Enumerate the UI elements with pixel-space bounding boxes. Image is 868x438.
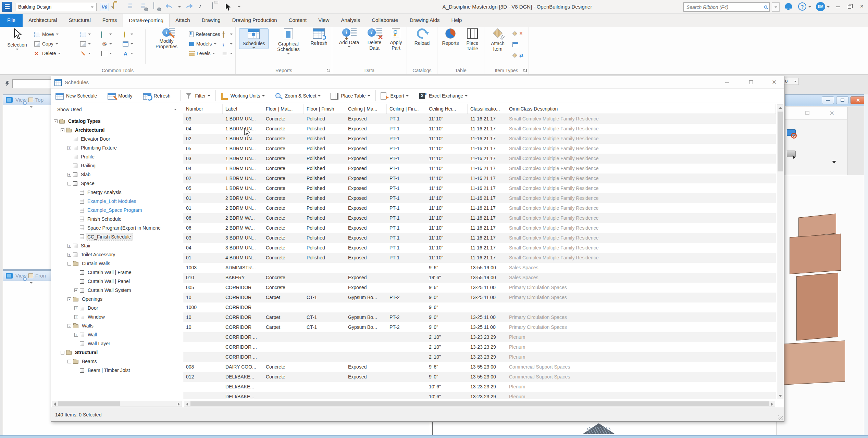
tree-item[interactable]: Finish Schedule	[52, 215, 182, 223]
ribbon-tab[interactable]: Analysis	[335, 14, 366, 27]
toolbar-button[interactable]: Export	[377, 90, 414, 101]
ribbon-tab[interactable]: View	[312, 14, 335, 27]
ribbon-tab[interactable]: Data/Reporting	[123, 14, 170, 27]
redo-button[interactable]	[186, 3, 194, 11]
ribbon-tab[interactable]: Drawing Production	[226, 14, 283, 27]
toolbar-button[interactable]: Modify	[104, 90, 140, 101]
account-chevron-icon[interactable]	[827, 6, 830, 8]
table-row[interactable]: 10 CORRIDOR Carpet CT-1 Gypsum Bo... PT-…	[183, 312, 776, 322]
ribbon-tab[interactable]: Structural	[63, 14, 97, 27]
ribbon-tab[interactable]: Forms	[97, 14, 123, 27]
tree-item[interactable]: Profile	[52, 152, 182, 161]
toolbar-button[interactable]: Filter	[182, 90, 216, 101]
connect-button[interactable]	[222, 49, 233, 57]
scroll-right-icon[interactable]	[771, 402, 773, 406]
tree-item[interactable]: Example_Loft Modules	[52, 197, 182, 206]
ribbon-tab[interactable]: Collaborate	[366, 14, 404, 27]
table-row[interactable]: 012 DELI/BAKE... Concrete Exposed 9' 0" …	[183, 372, 776, 382]
sync-item-button[interactable]: ⇄	[512, 51, 523, 60]
scrollbar-thumb[interactable]	[778, 112, 783, 171]
panel-close-icon[interactable]: ✕	[829, 110, 834, 117]
tree-item[interactable]: + Window	[52, 312, 182, 321]
ribbon-tab[interactable]: Architectural	[23, 14, 63, 27]
restore-button[interactable]	[845, 4, 854, 10]
ribbon-tab[interactable]: Help	[446, 14, 468, 27]
ribbon-tab[interactable]: Content	[283, 14, 313, 27]
table-row[interactable]: DELI/BAKE... 10' 6" 13-23 23 29 Plenum	[183, 382, 776, 392]
table-row[interactable]: 02 1 BDRM UN... Concrete Polished Expose…	[183, 134, 776, 144]
view-3-tools[interactable]	[23, 273, 33, 282]
levels-button[interactable]: Levels	[189, 49, 215, 57]
tree-expander[interactable]: -	[67, 182, 71, 185]
table-row[interactable]: 01 2 BDRM UN... Concrete Polished Expose…	[183, 193, 776, 203]
graphical-schedules-button[interactable]: Graphical Schedules	[271, 28, 306, 54]
toolbar-button[interactable]: Refresh	[140, 90, 181, 101]
attach-item-button[interactable]: Attach Item	[487, 28, 508, 52]
table-row[interactable]: 1003 ADMINISTR... 9' 6" 13-55 19 00 Sale…	[183, 263, 776, 273]
tree-item[interactable]: - Openings	[52, 295, 182, 304]
tree-item[interactable]: Energy Analysis	[52, 188, 182, 197]
view-2-tools[interactable]	[23, 98, 33, 106]
tree-item[interactable]: Space Program(Export in Numeric	[52, 223, 182, 232]
tree-expander[interactable]: -	[67, 262, 71, 266]
table-row[interactable]: 05 1 BDRM UN... Concrete Polished Expose…	[183, 144, 776, 154]
dialog-maximize-button[interactable]	[746, 78, 756, 87]
bg-close-button[interactable]: ✕	[851, 96, 866, 104]
ribbon-search[interactable]	[683, 2, 770, 12]
apply-part-button[interactable]: Apply Part	[386, 28, 406, 51]
tree-item[interactable]: Beam | Timber Joist	[52, 366, 182, 375]
save-as-button[interactable]	[152, 3, 160, 11]
table-row[interactable]: 005 CORRIDOR Concrete Exposed 9' 6" 13-2…	[183, 283, 776, 293]
table-row[interactable]: 06 2 BDRM W/... Concrete Polished Expose…	[183, 223, 776, 233]
save-settings-button[interactable]	[139, 3, 147, 11]
color-button[interactable]	[101, 40, 112, 48]
tree-expander[interactable]: +	[67, 253, 71, 257]
column-header[interactable]: Ceiling | Ma...	[345, 104, 387, 114]
modify-properties-button[interactable]: i Modify Properties	[149, 28, 184, 49]
element-info-button[interactable]: i	[222, 40, 233, 48]
dialog-close-button[interactable]: ✕	[769, 78, 779, 87]
tree-item[interactable]: + Slab	[52, 170, 182, 179]
minimize-button[interactable]	[834, 4, 842, 10]
tree-item[interactable]: + Stair	[52, 241, 182, 250]
measure-button[interactable]	[101, 30, 112, 38]
column-header[interactable]: OmniClass Description	[506, 104, 776, 114]
dialog-title-bar[interactable]: Schedules ✕	[51, 76, 784, 89]
tree-item[interactable]: - Catalog Types	[52, 117, 182, 126]
workflow-select[interactable]: Building Design	[15, 3, 97, 11]
tree-item[interactable]: + Plumbing Fixture	[52, 143, 182, 152]
help-chevron-icon[interactable]	[808, 6, 811, 8]
tree-item[interactable]: Elevator Door	[52, 134, 182, 143]
table-row[interactable]: 010 BAKERY Concrete Exposed 19' 6" 13-55…	[183, 273, 776, 283]
column-header[interactable]: Label	[223, 104, 263, 114]
table-row[interactable]: 02 1 BDRM UN... Concrete Polished Expose…	[183, 173, 776, 183]
fence-button[interactable]	[80, 40, 91, 48]
help-button[interactable]: ?	[798, 2, 806, 11]
user-avatar[interactable]: EM	[816, 2, 825, 11]
ribbon-tab[interactable]: Drawing Aids	[404, 14, 446, 27]
scroll-right-icon[interactable]	[178, 402, 180, 406]
table-row[interactable]: 06 2 BDRM W/... Concrete Polished Expose…	[183, 213, 776, 223]
add-data-button[interactable]: i Add Data	[337, 28, 361, 48]
delete-data-button[interactable]: i✕ Delete Data	[364, 28, 385, 51]
tree-item[interactable]: - Architectural	[52, 126, 182, 134]
column-header[interactable]: Ceiling Hei...	[426, 104, 468, 114]
tree-item[interactable]: Curtain Wall | Panel	[52, 277, 182, 286]
open-file-button[interactable]	[113, 3, 121, 11]
tree-item[interactable]: + Door	[52, 304, 182, 312]
tree-item[interactable]: Example_Space Program	[52, 206, 182, 215]
dialog-minimize-button[interactable]	[722, 78, 732, 87]
table-row[interactable]: 03 1 BDRM UN... Concrete Polished Expose…	[183, 154, 776, 164]
tree-item[interactable]: - Structural	[52, 348, 182, 357]
column-header[interactable]: Classificatio...	[468, 104, 506, 114]
item-details-button[interactable]	[512, 40, 518, 49]
scrollbar-thumb[interactable]	[58, 401, 120, 406]
bg-minimize-button[interactable]	[822, 96, 834, 104]
tree-item[interactable]: + Curtain Wall System	[52, 286, 182, 295]
toolbar-button[interactable]: New Schedule	[52, 90, 104, 101]
table-horizontal-scrollbar[interactable]	[184, 401, 775, 407]
toolbar-button[interactable]: Zoom & Select	[271, 90, 326, 101]
parametric-button[interactable]	[80, 49, 91, 57]
place-table-button[interactable]: Place Table	[462, 28, 483, 51]
scroll-left-icon[interactable]	[186, 402, 188, 406]
